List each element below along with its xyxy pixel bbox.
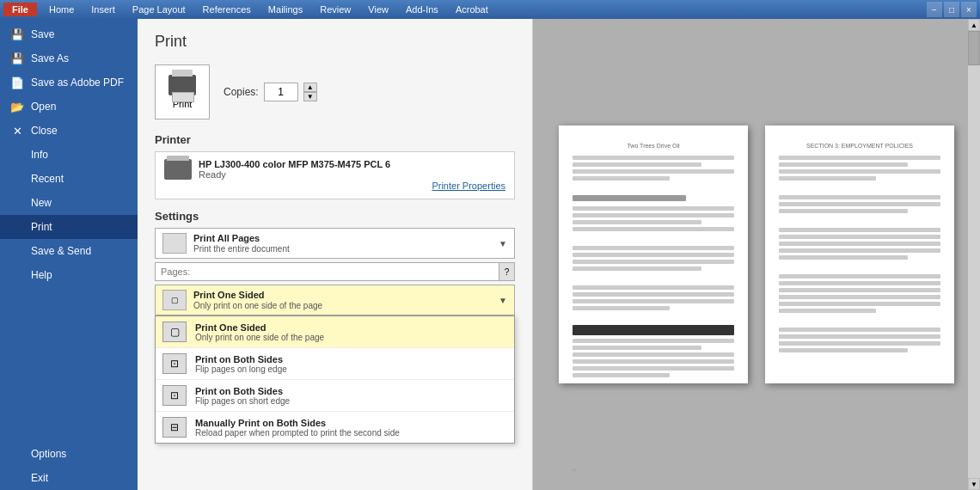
sidebar-label-save: Save: [31, 28, 54, 40]
duplex-arrow: ▼: [499, 296, 507, 305]
close-button[interactable]: ×: [961, 2, 977, 17]
sidebar-item-exit[interactable]: Exit: [0, 466, 138, 490]
save-as-icon: 💾: [10, 52, 24, 65]
preview-line: [573, 169, 734, 174]
sidebar-item-save-send[interactable]: Save & Send: [0, 239, 138, 263]
preview-line: [779, 209, 908, 213]
tab-review[interactable]: Review: [311, 3, 359, 16]
print-button[interactable]: Print: [155, 64, 210, 119]
duplex-option-manual[interactable]: ⊟ Manually Print on Both Sides Reload pa…: [156, 412, 514, 443]
preview-header-2: SECTION 3: EMPLOYMENT POLICIES: [779, 143, 940, 149]
pages-input[interactable]: [155, 262, 499, 281]
main-layout: 💾 Save 💾 Save As 📄 Save as Adobe PDF 📂 O…: [0, 19, 980, 490]
sidebar-item-save-adobe[interactable]: 📄 Save as Adobe PDF: [0, 70, 138, 95]
minimize-button[interactable]: −: [927, 2, 942, 17]
both-short-text: Print on Both Sides Flip pages on short …: [195, 386, 290, 406]
tab-mailings[interactable]: Mailings: [260, 3, 311, 16]
manual-label: Manually Print on Both Sides: [195, 418, 400, 428]
tab-page-layout[interactable]: Page Layout: [124, 3, 194, 16]
tab-insert[interactable]: Insert: [83, 3, 124, 16]
both-long-text: Print on Both Sides Flip pages on long e…: [195, 354, 287, 374]
copies-spinner: ▲ ▼: [303, 83, 317, 101]
preview-line: [779, 248, 940, 253]
settings-section-title: Settings: [155, 210, 515, 223]
print-icon: [10, 220, 24, 234]
preview-line: [779, 302, 940, 306]
sidebar-item-save[interactable]: 💾 Save: [0, 22, 138, 46]
duplex-dropdown: ▢ Print One Sided Only print on one side…: [155, 285, 515, 315]
both-short-sub: Flip pages on short edge: [195, 396, 290, 406]
duplex-option-both-short[interactable]: ⊡ Print on Both Sides Flip pages on shor…: [156, 380, 514, 412]
preview-line: [779, 156, 940, 160]
sidebar-item-options[interactable]: Options: [0, 442, 138, 466]
file-tab[interactable]: File: [3, 3, 37, 16]
close-file-icon: ✕: [10, 124, 24, 138]
sidebar-item-info[interactable]: Info: [0, 143, 138, 167]
preview-line: [573, 220, 701, 224]
sidebar-label-save-as: Save As: [31, 52, 69, 64]
preview-line: [779, 295, 940, 299]
tab-references[interactable]: References: [194, 3, 260, 16]
preview-line: [573, 162, 701, 167]
sidebar-item-print[interactable]: Print: [0, 215, 138, 239]
preview-line: [573, 253, 734, 257]
preview-line: [573, 285, 734, 290]
preview-line: [573, 266, 701, 271]
manual-sub: Reload paper when prompted to print the …: [195, 428, 400, 438]
sidebar-item-help[interactable]: Help: [0, 263, 138, 287]
save-icon: 💾: [10, 28, 24, 41]
copies-increment[interactable]: ▲: [303, 83, 317, 92]
print-all-pages-dropdown[interactable]: Print All Pages Print the entire documen…: [155, 228, 515, 259]
duplex-selected-sub: Only print on one side of the page: [193, 301, 322, 310]
content-area: Print Print Copies: ▲ ▼ Printer: [138, 19, 980, 490]
sidebar-label-save-send: Save & Send: [31, 245, 91, 257]
printer-properties-link[interactable]: Printer Properties: [432, 181, 505, 191]
copies-input[interactable]: [264, 83, 298, 101]
tab-home[interactable]: Home: [40, 3, 83, 16]
sidebar-item-open[interactable]: 📂 Open: [0, 95, 138, 119]
sidebar-item-save-as[interactable]: 💾 Save As: [0, 46, 138, 70]
sidebar-label-close: Close: [31, 125, 58, 137]
sidebar-item-new[interactable]: New: [0, 191, 138, 215]
both-short-icon: ⊡: [162, 385, 187, 406]
new-icon: [10, 196, 24, 210]
scrollbar-track: ▲ ▼: [968, 19, 980, 490]
pages-info-button[interactable]: ?: [499, 262, 515, 281]
scroll-down-button[interactable]: ▼: [968, 478, 980, 490]
print-panel: Print Print Copies: ▲ ▼ Printer: [138, 19, 533, 490]
sidebar-label-print: Print: [31, 221, 52, 233]
sidebar-label-help: Help: [31, 269, 52, 281]
duplex-option-one-sided[interactable]: ▢ Print One Sided Only print on one side…: [156, 316, 514, 348]
both-short-label: Print on Both Sides: [195, 386, 290, 396]
preview-line: [573, 292, 734, 297]
scroll-up-button[interactable]: ▲: [968, 19, 980, 31]
sidebar-item-recent[interactable]: Recent: [0, 167, 138, 191]
sidebar-label-exit: Exit: [31, 472, 48, 484]
sidebar-item-close[interactable]: ✕ Close: [0, 119, 138, 143]
print-all-pages-label: Print All Pages: [193, 233, 290, 243]
print-all-pages-text: Print All Pages Print the entire documen…: [193, 233, 290, 254]
preview-line: [779, 281, 940, 285]
preview-header-1: Two Trees Drive Oil: [573, 143, 734, 149]
duplex-selected-text: Print One Sided Only print on one side o…: [193, 290, 322, 310]
sidebar-label-new: New: [31, 197, 52, 209]
tab-add-ins[interactable]: Add-Ins: [397, 3, 447, 16]
window-controls: − □ ×: [927, 2, 977, 17]
preview-line: [779, 334, 940, 339]
maximize-button[interactable]: □: [944, 2, 959, 17]
tab-acrobat[interactable]: Acrobat: [447, 3, 497, 16]
preview-line: [779, 328, 940, 332]
preview-line: [573, 346, 701, 350]
sidebar-label-save-adobe: Save as Adobe PDF: [31, 77, 124, 89]
scrollbar-thumb[interactable]: [968, 31, 980, 65]
duplex-option-both-long[interactable]: ⊡ Print on Both Sides Flip pages on long…: [156, 348, 514, 380]
duplex-selected[interactable]: ▢ Print One Sided Only print on one side…: [155, 285, 515, 315]
copies-decrement[interactable]: ▼: [303, 92, 317, 101]
tab-view[interactable]: View: [359, 3, 397, 16]
printer-section-title: Printer: [155, 133, 515, 146]
preview-line: [779, 242, 940, 246]
preview-line: [779, 341, 940, 346]
pages-row: ?: [155, 262, 515, 281]
preview-line: [573, 366, 734, 371]
preview-line: [779, 202, 940, 206]
